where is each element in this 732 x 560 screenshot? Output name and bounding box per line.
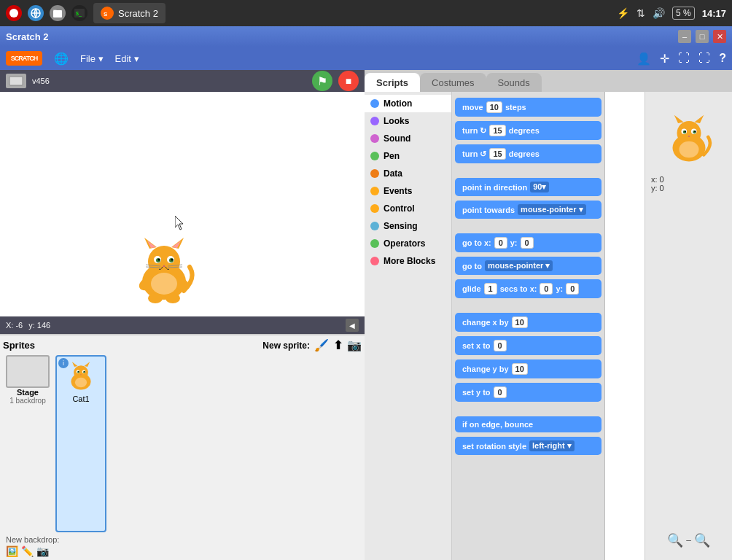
editor-area: Scripts Costumes Sounds Motion Looks Sou… [365, 70, 732, 560]
menu-bar: SCRATCH 🌐 File ▾ Edit ▾ 👤 ✛ ⛶ ⛶ ? [0, 47, 732, 70]
block-turn_cw[interactable]: turn ↻ 15 degrees [455, 121, 601, 140]
terminal-icon[interactable]: $_ [71, 5, 87, 21]
scratch-taskbar-btn[interactable]: S Scratch 2 [93, 3, 166, 23]
cat-label-2: Sound [383, 133, 410, 144]
block-if_edge[interactable]: if on edge, bounce [455, 416, 601, 432]
block-turn_ccw[interactable]: turn ↺ 15 degrees [455, 144, 601, 163]
stage-view-icon[interactable] [6, 74, 26, 88]
block-change_y[interactable]: change y by 10 [455, 359, 601, 378]
svg-marker-33 [72, 362, 78, 367]
category-pen[interactable]: Pen [365, 147, 451, 165]
close-button[interactable]: ✕ [713, 30, 726, 43]
svg-point-0 [9, 9, 18, 18]
cat-label-5: Events [383, 186, 412, 196]
sprites-header: Sprites New sprite: 🖌️ ⬆ 📷 [0, 335, 365, 355]
block-point_towards[interactable]: point towards mouse-pointer ▾ [455, 201, 601, 219]
zoom-controls: 🔍 – 🔍 [667, 532, 710, 554]
globe-icon[interactable]: 🌐 [54, 52, 69, 66]
block-rotation_style[interactable]: set rotation style left-right ▾ [455, 437, 601, 455]
svg-point-52 [694, 131, 696, 132]
block-change_x[interactable]: change x by 10 [455, 313, 601, 332]
tab-sounds[interactable]: Sounds [486, 73, 542, 92]
green-flag-button[interactable]: ⚑ [312, 71, 332, 91]
cat-dot-8 [370, 239, 379, 248]
svg-marker-46 [694, 115, 704, 123]
taskbar-window-label: Scratch 2 [118, 8, 158, 19]
svg-rect-8 [9, 77, 23, 85]
stage-toolbar: v456 ⚑ ■ [0, 70, 365, 92]
sprite-coords: x: 0 y: 0 [651, 175, 726, 192]
tab-scripts[interactable]: Scripts [365, 73, 420, 92]
file-menu[interactable]: File ▾ [80, 53, 104, 64]
block-gap [455, 223, 601, 229]
new-sprite-camera-icon[interactable]: 📷 [347, 338, 362, 352]
backdrop-camera-icon[interactable]: 📷 [36, 545, 49, 557]
menu-bar-right: 👤 ✛ ⛶ ⛶ ? [636, 52, 726, 66]
sprite-x: x: 0 [651, 175, 726, 184]
stage-status: X: -6 y: 146 ◀ [0, 316, 365, 334]
block-point_dir[interactable]: point in direction 90▾ [455, 178, 601, 196]
category-events[interactable]: Events [365, 182, 451, 200]
category-control[interactable]: Control [365, 200, 451, 217]
block-go_xy[interactable]: go to x: 0 y: 0 [455, 233, 601, 252]
svg-point-30 [151, 273, 177, 295]
zoom-in-icon[interactable]: 🔍 [694, 532, 710, 548]
volume-icon: 🔊 [653, 7, 665, 19]
battery-indicator: 5 % [672, 7, 695, 20]
backdrop-edit-icon[interactable]: ✏️ [21, 545, 34, 557]
raspberry-icon[interactable] [6, 5, 22, 21]
block-gap [455, 168, 601, 174]
zoom-out-icon[interactable]: 🔍 [667, 532, 683, 548]
category-sound[interactable]: Sound [365, 130, 451, 147]
new-sprite-paint-icon[interactable]: 🖌️ [314, 338, 329, 352]
category-more-blocks[interactable]: More Blocks [365, 252, 451, 270]
browser-icon[interactable] [28, 5, 44, 21]
tab-costumes[interactable]: Costumes [420, 73, 486, 92]
stage-resize-icon[interactable]: ◀ [346, 319, 359, 332]
stage-variable-label: v456 [32, 77, 50, 85]
sprite-info-button[interactable]: i [58, 358, 69, 368]
minimize-button[interactable]: – [678, 30, 691, 43]
svg-point-28 [148, 293, 163, 303]
edit-menu[interactable]: Edit ▾ [115, 53, 139, 64]
new-backdrop-section: New backdrop: 🖼️ ✏️ 📷 [0, 532, 365, 560]
stage-thumb-box[interactable] [6, 355, 50, 388]
block-move[interactable]: move 10 steps [455, 98, 601, 117]
sprite-preview-panel: x: 0 y: 0 🔍 – 🔍 [645, 92, 732, 560]
block-go_to[interactable]: go to mouse-pointer ▾ [455, 257, 601, 275]
svg-point-39 [78, 371, 79, 372]
block-glide[interactable]: glide 1 secs to x: 0 y: 0 [455, 279, 601, 298]
sprite-y: y: 0 [651, 184, 726, 192]
present-icon: ⛶ [698, 52, 710, 65]
stage-canvas [0, 92, 365, 316]
new-sprite-label: New sprite: [262, 341, 310, 351]
backdrop-paint-icon[interactable]: 🖼️ [6, 545, 18, 557]
category-sensing[interactable]: Sensing [365, 217, 451, 235]
svg-point-40 [84, 371, 85, 372]
stop-button[interactable]: ■ [338, 71, 359, 91]
person-icon: 👤 [636, 52, 651, 66]
new-sprite-upload-icon[interactable]: ⬆ [333, 338, 343, 352]
block-set_x[interactable]: set x to 0 [455, 336, 601, 355]
block-gap [455, 406, 601, 412]
category-looks[interactable]: Looks [365, 112, 451, 130]
cat1-sprite-thumb[interactable]: i [55, 355, 106, 532]
files-icon[interactable] [50, 5, 66, 21]
cat-label-9: More Blocks [383, 256, 435, 266]
category-operators[interactable]: Operators [365, 235, 451, 252]
cat-dot-6 [370, 204, 379, 213]
sprite-name: Cat1 [72, 394, 89, 403]
category-data[interactable]: Data [365, 165, 451, 182]
cat-dot-2 [370, 134, 379, 143]
svg-point-20 [171, 259, 174, 261]
new-backdrop-icons: 🖼️ ✏️ 📷 [6, 545, 359, 557]
category-motion[interactable]: Motion [365, 95, 451, 112]
svg-marker-34 [85, 362, 90, 367]
block-set_y[interactable]: set y to 0 [455, 383, 601, 402]
cursor-y: y: 146 [28, 321, 50, 330]
stage-name: Stage [17, 388, 39, 397]
taskbar-right: ⚡ ⇅ 🔊 5 % 14:17 [617, 7, 726, 20]
cat-label-3: Pen [383, 151, 400, 161]
cat-label-7: Sensing [383, 221, 418, 231]
maximize-button[interactable]: □ [696, 30, 709, 43]
